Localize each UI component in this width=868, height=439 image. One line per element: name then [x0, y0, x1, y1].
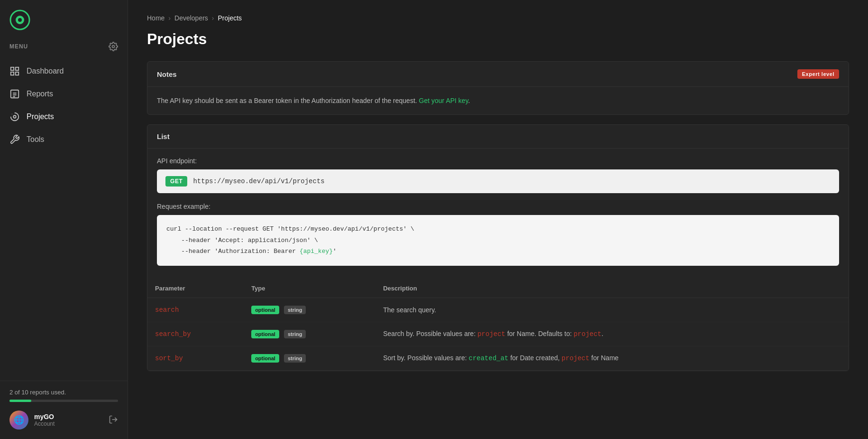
param-name: search_by — [155, 330, 191, 338]
param-description-code2: project — [574, 330, 602, 338]
param-description-before: Sort by. Possible values are: — [383, 354, 466, 362]
notes-text-before: The API key should be sent as a Bearer t… — [157, 97, 417, 104]
type-tag: string — [284, 330, 306, 338]
type-tag: string — [284, 306, 306, 314]
optional-tag: optional — [251, 330, 279, 338]
param-name: sort_by — [155, 355, 183, 362]
tools-icon — [9, 134, 20, 145]
svg-point-3 — [112, 46, 115, 48]
svg-rect-5 — [16, 67, 18, 70]
param-description-after: for Name — [591, 354, 619, 362]
user-row: 🌐 myGO Account — [9, 411, 118, 430]
type-cell: optional string — [251, 354, 368, 363]
main-content: Home › Developers › Projects Projects No… — [128, 0, 868, 439]
projects-icon — [9, 112, 20, 122]
endpoint-box: GET https://myseo.dev/api/v1/projects — [157, 169, 839, 193]
code-line2: --header 'Accept: application/json' \ — [166, 237, 318, 244]
breadcrumb-current: Projects — [218, 14, 242, 22]
svg-point-12 — [13, 115, 16, 118]
type-tag: string — [284, 354, 306, 363]
breadcrumb-home[interactable]: Home — [147, 14, 164, 22]
page-title: Projects — [147, 30, 849, 48]
notes-body: The API key should be sent as a Bearer t… — [147, 87, 849, 114]
avatar: 🌐 — [9, 411, 28, 430]
code-line3-before: --header 'Authorization: Bearer — [166, 248, 300, 255]
request-example-label: Request example: — [157, 203, 839, 210]
optional-tag: optional — [251, 354, 279, 363]
type-cell: optional string — [251, 306, 368, 314]
app-logo — [9, 9, 30, 30]
sidebar-item-reports[interactable]: Reports — [0, 83, 128, 105]
user-name: myGO — [34, 413, 55, 420]
list-body: API endpoint: GET https://myseo.dev/api/… — [147, 149, 849, 274]
breadcrumb: Home › Developers › Projects — [147, 14, 849, 22]
breadcrumb-sep-1: › — [168, 14, 171, 22]
endpoint-url: https://myseo.dev/api/v1/projects — [193, 177, 324, 185]
optional-tag: optional — [251, 306, 279, 314]
reports-icon — [9, 89, 20, 99]
settings-button[interactable] — [109, 42, 118, 51]
reports-used-text: 2 of 10 reports used. — [9, 389, 118, 396]
sidebar-item-label: Reports — [27, 90, 53, 98]
user-account-label: Account — [34, 420, 55, 427]
method-badge: GET — [165, 176, 187, 187]
sidebar-item-label: Dashboard — [27, 67, 64, 75]
menu-header: MENU — [0, 35, 128, 56]
param-description-code2: project — [562, 355, 590, 362]
breadcrumb-developers[interactable]: Developers — [174, 14, 208, 22]
param-description-code1: project — [477, 330, 505, 338]
list-section: List API endpoint: GET https://myseo.dev… — [147, 124, 849, 371]
sidebar: MENU Dashboard — [0, 0, 128, 439]
param-description-mid: for Name. Defaults to: — [507, 330, 572, 337]
notes-title: Notes — [157, 70, 177, 78]
col-header-parameter: Parameter — [147, 279, 244, 298]
sidebar-item-label: Tools — [27, 135, 44, 144]
code-block: curl --location --request GET 'https://m… — [157, 215, 839, 265]
code-line3-highlight: {api_key} — [300, 248, 333, 255]
menu-label: MENU — [9, 43, 28, 50]
sidebar-item-label: Projects — [27, 112, 54, 121]
breadcrumb-sep-2: › — [212, 14, 214, 22]
sidebar-item-dashboard[interactable]: Dashboard — [0, 60, 128, 83]
table-row: sort_by optional string Sort by. Possibl… — [147, 346, 849, 370]
user-info: 🌐 myGO Account — [9, 411, 55, 430]
svg-point-2 — [18, 18, 22, 22]
api-endpoint-label: API endpoint: — [157, 157, 839, 165]
logout-button[interactable] — [109, 415, 118, 426]
notes-text-after: . — [468, 97, 470, 104]
type-cell: optional string — [251, 330, 368, 338]
svg-rect-4 — [11, 67, 14, 70]
nav-menu: Dashboard Reports — [0, 56, 128, 381]
param-name: search — [155, 306, 179, 314]
user-details: myGO Account — [34, 413, 55, 427]
list-title: List — [157, 132, 170, 140]
col-header-description: Description — [375, 279, 849, 298]
progress-bar-track — [9, 400, 118, 402]
expert-badge: Expert level — [797, 69, 839, 79]
svg-rect-7 — [16, 72, 18, 75]
progress-bar-fill — [9, 400, 31, 402]
sidebar-item-projects[interactable]: Projects — [0, 105, 128, 128]
params-table: Parameter Type Description search option… — [147, 279, 849, 371]
logo-area — [0, 0, 128, 35]
logout-icon — [109, 415, 118, 424]
table-row: search optional string The search query. — [147, 298, 849, 322]
param-description-mid: for Date created, — [510, 354, 559, 362]
gear-icon — [109, 42, 118, 51]
param-description: The search query. — [383, 306, 436, 314]
param-description-before: Search by. Possible values are: — [383, 330, 475, 337]
col-header-type: Type — [244, 279, 375, 298]
code-line3-after: ' — [333, 248, 337, 255]
notes-section: Notes Expert level The API key should be… — [147, 61, 849, 115]
sidebar-bottom: 2 of 10 reports used. 🌐 myGO Account — [0, 381, 128, 439]
param-description-code1: created_at — [469, 355, 509, 362]
dashboard-icon — [9, 66, 20, 76]
notes-text: The API key should be sent as a Bearer t… — [157, 95, 839, 106]
code-line1: curl --location --request GET 'https://m… — [166, 225, 414, 233]
sidebar-item-tools[interactable]: Tools — [0, 128, 128, 151]
param-description-after: . — [602, 330, 603, 337]
api-key-link[interactable]: Get your API key — [419, 97, 468, 104]
svg-rect-6 — [11, 72, 14, 75]
notes-header: Notes Expert level — [147, 62, 849, 87]
table-row: search_by optional string Search by. Pos… — [147, 322, 849, 346]
